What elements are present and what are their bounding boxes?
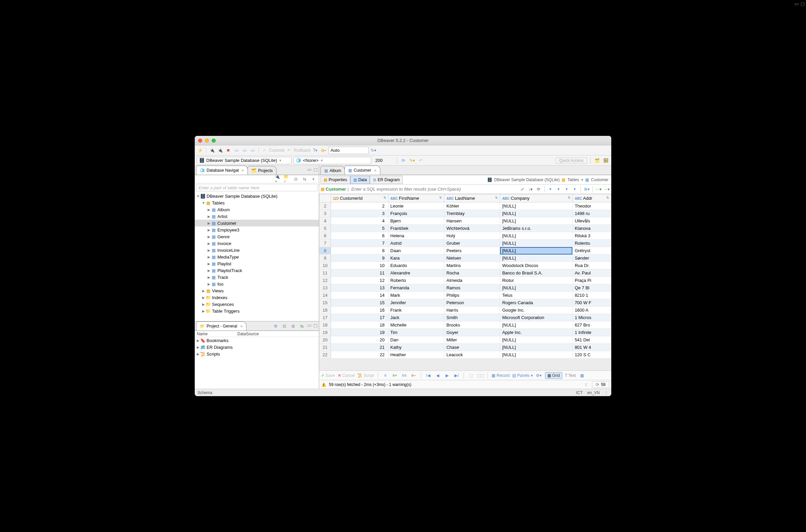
row-number[interactable]: 22: [319, 351, 331, 359]
filter-input[interactable]: [350, 186, 518, 192]
project-list[interactable]: ▶🔖Bookmarks▶🗺️ER Diagrams▶📜Scripts: [195, 337, 319, 389]
config-icon[interactable]: ⚙▾: [536, 372, 542, 379]
cell-company[interactable]: [NULL]: [500, 336, 573, 344]
cell-company[interactable]: [NULL]: [500, 203, 573, 210]
cell-firstname[interactable]: François: [388, 210, 444, 217]
cell-lastname[interactable]: Hansen: [444, 217, 500, 225]
twist-icon[interactable]: ▶: [207, 208, 211, 212]
link-editor-icon[interactable]: ⇆: [301, 176, 308, 183]
twist-icon[interactable]: ▶: [207, 269, 211, 272]
cell-addr[interactable]: 801 W 4: [573, 344, 611, 351]
table-row[interactable]: 1919TimGoyerApple Inc.1 Infinite: [319, 329, 611, 336]
subtab-properties[interactable]: ▦ Properties: [320, 176, 350, 184]
cell-company[interactable]: Woodstock Discos: [500, 262, 573, 269]
row-number[interactable]: 12: [319, 277, 331, 284]
tree-item-dbeaver-sample-database-(sqlite)[interactable]: ▼🗄️DBeaver Sample Database (SQLite): [195, 193, 319, 200]
col-datasource[interactable]: DataSource: [235, 331, 261, 337]
sql-new-icon[interactable]: ▭: [249, 147, 256, 154]
tree-item-foo[interactable]: ▶▦foo: [195, 281, 319, 287]
cell-lastname[interactable]: Almeida: [444, 277, 500, 284]
new-connection-icon[interactable]: ⚡: [197, 147, 204, 154]
tree-item-tables[interactable]: ▼▦Tables: [195, 200, 319, 206]
collapse-icon[interactable]: ⊟: [293, 176, 299, 183]
cell-addr[interactable]: Praça Pi: [573, 277, 611, 284]
expand-icon[interactable]: ⤢: [519, 186, 526, 193]
cell-customerid[interactable]: 17: [331, 314, 389, 321]
table-row[interactable]: 44BjørnHansen[NULL]Ullevåls: [319, 217, 611, 225]
tab-database-navigator[interactable]: 🧊 Database Navigat ✕: [196, 166, 248, 175]
minimize-icon[interactable]: ▭: [307, 323, 312, 329]
cell-firstname[interactable]: Roberto: [388, 277, 444, 284]
cell-customerid[interactable]: 15: [331, 299, 389, 307]
menu-icon[interactable]: ▾: [310, 176, 317, 183]
tree-item-sequences[interactable]: ▶📁Sequences: [195, 301, 319, 308]
window-minimize-button[interactable]: [205, 138, 209, 142]
tree-item-table-triggers[interactable]: ▶📁Table Triggers: [195, 308, 319, 314]
record-button[interactable]: ▦ Record: [492, 373, 509, 378]
tree-item-artist[interactable]: ▶▦Artist: [195, 213, 319, 220]
close-icon[interactable]: ✕: [240, 324, 243, 328]
invalidate-icon[interactable]: ✖: [225, 147, 231, 154]
cell-customerid[interactable]: 2: [331, 203, 389, 210]
cell-firstname[interactable]: Alexandre: [388, 269, 444, 277]
cell-company[interactable]: Microsoft Corporation: [500, 314, 573, 321]
collapse-icon[interactable]: ⊟: [281, 323, 288, 329]
add-row-icon[interactable]: ≡+: [391, 372, 398, 379]
cell-firstname[interactable]: Helena: [388, 232, 444, 240]
tab-projects[interactable]: 🗂️ Projects: [247, 166, 276, 175]
table-row[interactable]: 1111AlexandreRochaBanco do Brasil S.A.Av…: [319, 269, 611, 277]
breadcrumb-tables[interactable]: Tables: [567, 177, 579, 182]
del-row-icon[interactable]: ≡−: [410, 372, 417, 379]
filter-rows-icon[interactable]: ⟳: [400, 157, 407, 164]
fetch-icon[interactable]: ⬚: [468, 372, 474, 379]
tree-item-invoiceline[interactable]: ▶▦InvoiceLine: [195, 247, 319, 253]
sort-icon[interactable]: ⇅: [495, 196, 498, 200]
cell-customerid[interactable]: 9: [331, 254, 389, 262]
table-row[interactable]: 1212RobertoAlmeidaRioturPraça Pi: [319, 277, 611, 284]
rollback-icon[interactable]: ↶: [286, 147, 293, 154]
data-grid[interactable]: 123 CustomerId⇅ABC FirstName⇅ABC LastNam…: [319, 194, 611, 370]
cell-customerid[interactable]: 18: [331, 321, 389, 329]
col-header-customerid[interactable]: 123 CustomerId⇅: [331, 194, 389, 203]
table-row[interactable]: 1414MarkPhilipsTelus8210 1: [319, 292, 611, 299]
row-number[interactable]: 9: [319, 254, 331, 262]
cell-addr[interactable]: Sønder: [573, 254, 611, 262]
col-header-lastname[interactable]: ABC LastName⇅: [444, 194, 500, 203]
cell-addr[interactable]: Ullevåls: [573, 217, 611, 225]
cell-firstname[interactable]: Bjørn: [388, 217, 444, 225]
subtab-data[interactable]: ▦ Data: [350, 176, 370, 184]
window-close-button[interactable]: [198, 138, 202, 142]
row-number[interactable]: 19: [319, 329, 331, 336]
row-number[interactable]: 21: [319, 344, 331, 351]
cell-customerid[interactable]: 10: [331, 262, 389, 269]
row-number[interactable]: 3: [319, 210, 331, 217]
cell-customerid[interactable]: 16: [331, 307, 389, 314]
sort-icon[interactable]: ⇅: [439, 196, 442, 200]
row-number[interactable]: 10: [319, 262, 331, 269]
cell-addr[interactable]: 1600 A: [573, 307, 611, 314]
cell-firstname[interactable]: Astrid: [388, 240, 444, 247]
cell-lastname[interactable]: Nielsen: [444, 254, 500, 262]
cell-customerid[interactable]: 13: [331, 284, 389, 292]
perspective-dbeaver-icon[interactable]: 🗂️: [594, 157, 600, 164]
next-page-icon[interactable]: ▶: [444, 372, 450, 379]
cell-firstname[interactable]: Leonie: [388, 203, 444, 210]
filter-4-icon[interactable]: ▼: [571, 186, 578, 193]
sort-icon[interactable]: ⇅: [568, 196, 570, 200]
cell-lastname[interactable]: Peeters: [444, 247, 500, 254]
cell-addr[interactable]: Rotentu: [573, 240, 611, 247]
tree-item-indexes[interactable]: ▶📁Indexes: [195, 294, 319, 301]
prev-page-icon[interactable]: ◀: [434, 372, 441, 379]
breadcrumb-db[interactable]: DBeaver Sample Database (SQLite): [494, 177, 560, 182]
table-row[interactable]: 77AstridGruber[NULL]Rotentu: [319, 240, 611, 247]
tree-item-customer[interactable]: ▶▦Customer: [195, 220, 319, 226]
subtab-er-diagram[interactable]: ⊞ ER Diagram: [370, 176, 403, 184]
cell-customerid[interactable]: 4: [331, 217, 389, 225]
cell-lastname[interactable]: Peterson: [444, 299, 500, 307]
cell-addr[interactable]: 1 Micros: [573, 314, 611, 321]
fetch-all-icon[interactable]: ⬚⬚: [477, 372, 484, 379]
cell-firstname[interactable]: Kara: [388, 254, 444, 262]
cell-lastname[interactable]: Holý: [444, 232, 500, 240]
cell-company[interactable]: Riotur: [500, 277, 573, 284]
cell-company[interactable]: Telus: [500, 292, 573, 299]
